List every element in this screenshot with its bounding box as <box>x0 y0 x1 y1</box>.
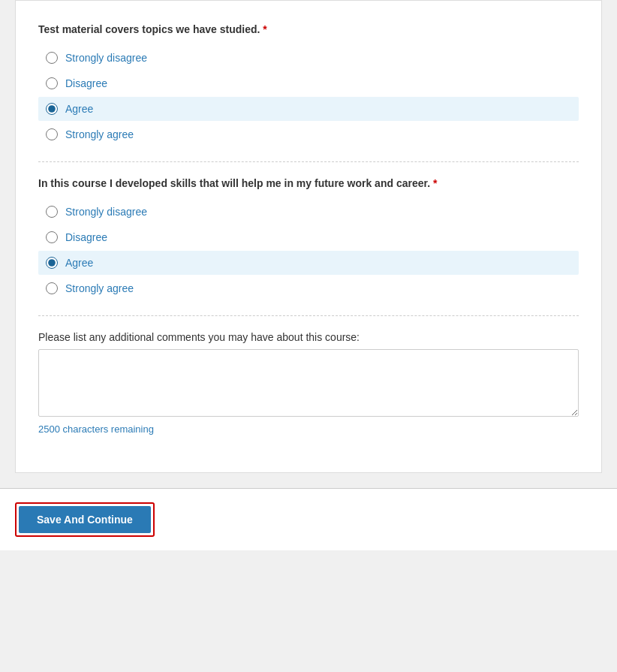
option-label-q2-a[interactable]: Agree <box>65 257 93 269</box>
radio-q1-sd[interactable] <box>46 52 58 64</box>
radio-q2-sd[interactable] <box>46 206 58 218</box>
option-row-q1-sa[interactable]: Strongly agree <box>38 122 579 146</box>
question-text-2: In this course I developed skills that w… <box>38 177 430 189</box>
option-row-q2-sa[interactable]: Strongly agree <box>38 276 579 300</box>
radio-q1-a[interactable] <box>46 103 58 115</box>
radio-q1-sa[interactable] <box>46 128 58 140</box>
page-wrapper: Test material covers topics we have stud… <box>0 0 617 672</box>
question-block-2: In this course I developed skills that w… <box>38 177 579 300</box>
radio-q2-sa[interactable] <box>46 282 58 294</box>
question-text-1: Test material covers topics we have stud… <box>38 23 260 35</box>
comments-block: Please list any additional comments you … <box>38 331 579 435</box>
option-row-q2-d[interactable]: Disagree <box>38 225 579 249</box>
option-row-q1-a[interactable]: Agree <box>38 97 579 121</box>
required-indicator-1: * <box>263 23 266 35</box>
divider-1 <box>38 161 579 162</box>
divider-2 <box>38 315 579 316</box>
comments-textarea[interactable] <box>38 349 579 417</box>
comments-label: Please list any additional comments you … <box>38 331 579 343</box>
question-block-1: Test material covers topics we have stud… <box>38 23 579 146</box>
radio-q1-d[interactable] <box>46 77 58 89</box>
option-label-q2-sd[interactable]: Strongly disagree <box>65 206 147 218</box>
radio-q2-a[interactable] <box>46 257 58 269</box>
survey-card: Test material covers topics we have stud… <box>15 0 602 473</box>
radio-q2-d[interactable] <box>46 231 58 243</box>
save-and-continue-button[interactable]: Save And Continue <box>19 506 151 533</box>
option-label-q1-a[interactable]: Agree <box>65 103 93 115</box>
option-label-q1-d[interactable]: Disagree <box>65 77 107 89</box>
option-label-q2-sa[interactable]: Strongly agree <box>65 282 134 294</box>
option-label-q1-sa[interactable]: Strongly agree <box>65 128 134 140</box>
option-row-q2-a[interactable]: Agree <box>38 251 579 275</box>
question-title-2: In this course I developed skills that w… <box>38 177 579 189</box>
save-btn-wrapper: Save And Continue <box>15 502 155 537</box>
footer-bar: Save And Continue <box>0 488 617 550</box>
option-label-q2-d[interactable]: Disagree <box>65 231 107 243</box>
option-label-q1-sd[interactable]: Strongly disagree <box>65 52 147 64</box>
question-title-1: Test material covers topics we have stud… <box>38 23 579 35</box>
option-row-q1-sd[interactable]: Strongly disagree <box>38 46 579 70</box>
required-indicator-2: * <box>433 177 437 189</box>
option-row-q2-sd[interactable]: Strongly disagree <box>38 200 579 224</box>
option-row-q1-d[interactable]: Disagree <box>38 71 579 95</box>
chars-remaining: 2500 characters remaining <box>38 423 579 435</box>
